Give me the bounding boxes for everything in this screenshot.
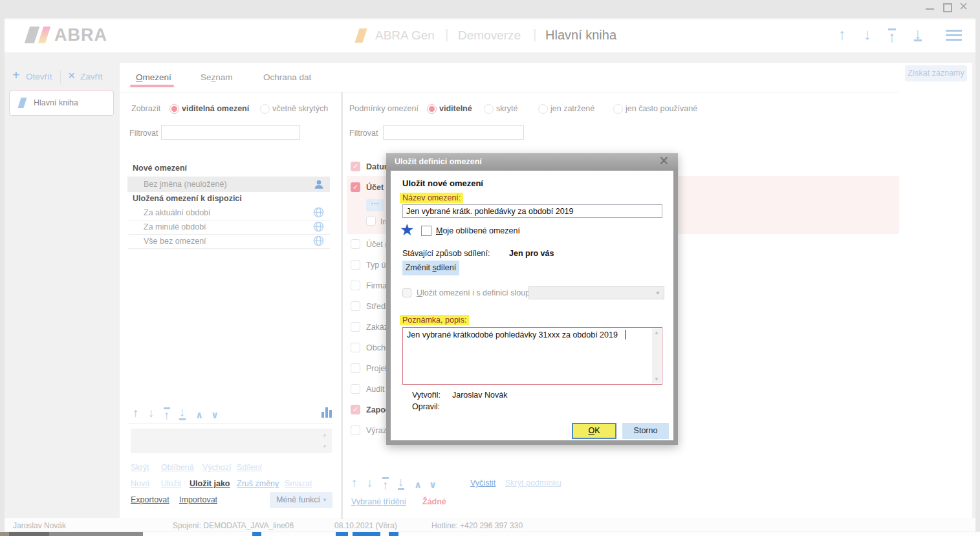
radio-conditions-checked[interactable] bbox=[538, 104, 548, 114]
scroll-up-icon[interactable]: ▲ bbox=[654, 330, 659, 336]
condition-label[interactable]: Výraz bbox=[366, 426, 387, 435]
favorite-checkbox[interactable] bbox=[421, 226, 431, 236]
ok-button[interactable]: OK bbox=[572, 423, 616, 439]
link-ulozit-jako[interactable]: Uložit jako bbox=[190, 479, 230, 488]
radio-including-hidden[interactable] bbox=[260, 104, 270, 114]
radio-hidden-label[interactable]: včetně skrytých bbox=[272, 104, 328, 113]
close-window-button[interactable]: × bbox=[959, 0, 968, 15]
header-move-top-icon[interactable]: ↑ bbox=[888, 28, 896, 43]
move-down-icon[interactable]: ↓ bbox=[148, 407, 155, 419]
checkbox-stredisko[interactable] bbox=[351, 301, 360, 311]
chevron-down-icon[interactable]: ∨ bbox=[429, 478, 437, 491]
note-textarea[interactable]: Jen vybrané krátkodobé pohledávky 31xxx … bbox=[402, 327, 662, 385]
checkbox-vyraz[interactable] bbox=[351, 425, 360, 435]
tab-ochrana-dat[interactable]: Ochrana dat bbox=[263, 72, 311, 82]
move-top-icon[interactable]: ↑ bbox=[164, 407, 170, 422]
radio-conditions-visible[interactable] bbox=[427, 104, 437, 114]
close-button[interactable]: Zavřít bbox=[80, 72, 103, 81]
active-tab-underline bbox=[130, 85, 174, 87]
move-bottom-icon[interactable]: ↓ bbox=[398, 476, 404, 490]
checkbox-obchod[interactable] bbox=[351, 343, 360, 352]
link-smazat[interactable]: Smazat bbox=[285, 479, 312, 488]
hamburger-menu-icon[interactable] bbox=[946, 30, 962, 41]
module-title: Hlavní kniha bbox=[545, 28, 616, 43]
move-down-icon[interactable]: ↓ bbox=[367, 477, 373, 489]
name-label-highlighted: Název omezení: bbox=[400, 193, 463, 203]
chevron-down-icon[interactable]: ∨ bbox=[211, 409, 219, 421]
text-cursor bbox=[626, 330, 626, 339]
checkbox-audit[interactable] bbox=[351, 384, 360, 394]
checkbox-typ-uctu[interactable] bbox=[351, 260, 360, 270]
checkbox-datum[interactable]: ✓ bbox=[351, 162, 360, 171]
header-move-down-icon[interactable]: ↓ bbox=[864, 28, 871, 40]
link-zrus-zmeny[interactable]: Zruš změny bbox=[237, 479, 279, 488]
status-connection: Spojení: DEMODATA_JAVA_line06 bbox=[173, 521, 294, 530]
spinner-up-icon[interactable]: ▲ bbox=[322, 432, 327, 438]
note-text: Jen vybrané krátkodobé pohledávky 31xxx … bbox=[407, 330, 618, 339]
taskbar-segment bbox=[0, 532, 9, 536]
radio-conditions-hidden[interactable] bbox=[484, 104, 494, 114]
radio-visible-restrictions[interactable] bbox=[169, 104, 179, 114]
favorite-label[interactable]: Moje oblíbené omezení bbox=[436, 226, 520, 235]
move-up-icon[interactable]: ↑ bbox=[351, 477, 358, 489]
checkbox-projekt[interactable] bbox=[351, 363, 360, 373]
right-side-pane bbox=[899, 63, 972, 519]
modified-by-label: Opravil: bbox=[412, 402, 440, 411]
link-oblibena[interactable]: Oblíbená bbox=[161, 463, 194, 472]
dialog-close-icon[interactable]: × bbox=[659, 151, 669, 170]
radio-conditions-checked-label[interactable]: jen zatržené bbox=[550, 104, 594, 113]
get-records-button[interactable]: Získat záznamy bbox=[905, 65, 967, 81]
chevron-up-icon[interactable]: ∧ bbox=[414, 478, 422, 491]
link-nova[interactable]: Nová bbox=[131, 479, 149, 488]
checkbox-ucet-z[interactable] bbox=[351, 239, 360, 249]
link-exportovat[interactable]: Exportovat bbox=[131, 495, 169, 504]
less-functions-dropdown[interactable]: Méně funkcí ▼ bbox=[270, 492, 332, 508]
expression-box-disabled bbox=[131, 429, 332, 453]
condition-label[interactable]: Firma bbox=[366, 281, 387, 290]
checkbox-firma[interactable] bbox=[351, 281, 360, 290]
restriction-name-input[interactable] bbox=[402, 204, 662, 218]
header-move-up-icon[interactable]: ↑ bbox=[838, 28, 846, 40]
link-importovat[interactable]: Importovat bbox=[179, 495, 217, 504]
link-skryt-podminku[interactable]: Skrýt podmínku bbox=[505, 478, 561, 488]
radio-visible-label[interactable]: viditelná omezení bbox=[182, 104, 249, 113]
cancel-button[interactable]: Storno bbox=[622, 423, 669, 439]
radio-conditions-frequent-label[interactable]: jen často používané bbox=[626, 104, 697, 113]
move-bottom-icon[interactable]: ↓ bbox=[179, 406, 186, 420]
spinner-down-icon[interactable]: ▼ bbox=[322, 444, 327, 449]
chevron-up-icon[interactable]: ∧ bbox=[195, 409, 203, 421]
radio-conditions-frequent[interactable] bbox=[613, 104, 623, 114]
scroll-down-icon[interactable]: ▼ bbox=[654, 376, 659, 382]
filter-input-left[interactable] bbox=[161, 125, 300, 140]
app-window: { "window": {"minimize": "minimize", "ma… bbox=[0, 0, 980, 536]
open-button[interactable]: Otevřít bbox=[26, 72, 52, 81]
checkbox-ucet[interactable]: ✓ bbox=[351, 182, 360, 192]
header-move-bottom-icon[interactable]: ↓ bbox=[914, 27, 922, 41]
textarea-scrollbar[interactable]: ▲ ▼ bbox=[652, 328, 661, 383]
link-skryt[interactable]: Skrýt bbox=[131, 463, 149, 472]
checkbox-zapocteni[interactable]: ✓ bbox=[351, 405, 360, 414]
change-sharing-button[interactable]: Změnit sdílení bbox=[402, 261, 459, 275]
checkbox-inv[interactable] bbox=[366, 216, 376, 226]
link-vycistit[interactable]: Vyčistit bbox=[470, 478, 495, 488]
link-vybrane-trideni[interactable]: Vybrané třídění bbox=[351, 497, 406, 506]
link-sdileni[interactable]: Sdílení bbox=[237, 463, 262, 472]
minimize-button[interactable] bbox=[926, 8, 934, 10]
radio-conditions-hidden-label[interactable]: skryté bbox=[496, 104, 517, 113]
move-top-icon[interactable]: ↑ bbox=[382, 477, 389, 491]
taskbar-segment bbox=[143, 532, 980, 536]
filter-input-middle[interactable] bbox=[383, 125, 524, 140]
dialog-heading: Uložit nové omezení bbox=[402, 178, 483, 188]
move-up-icon[interactable]: ↑ bbox=[133, 407, 139, 419]
checkbox-zakazka[interactable] bbox=[351, 322, 360, 332]
maximize-button[interactable] bbox=[943, 3, 952, 12]
bar-chart-icon[interactable] bbox=[321, 407, 333, 418]
condition-label[interactable]: Audit bbox=[366, 385, 385, 394]
link-ulozit[interactable]: Uložit bbox=[161, 479, 181, 488]
tab-omezeni[interactable]: Omezení bbox=[136, 72, 171, 82]
dots-button[interactable]: ··· bbox=[366, 199, 384, 211]
link-vychozi[interactable]: Výchozí bbox=[202, 463, 231, 472]
radio-conditions-visible-label[interactable]: viditelné bbox=[439, 104, 472, 113]
condition-label[interactable]: Účet bbox=[366, 183, 384, 192]
tab-seznam[interactable]: Seznam bbox=[201, 72, 233, 82]
